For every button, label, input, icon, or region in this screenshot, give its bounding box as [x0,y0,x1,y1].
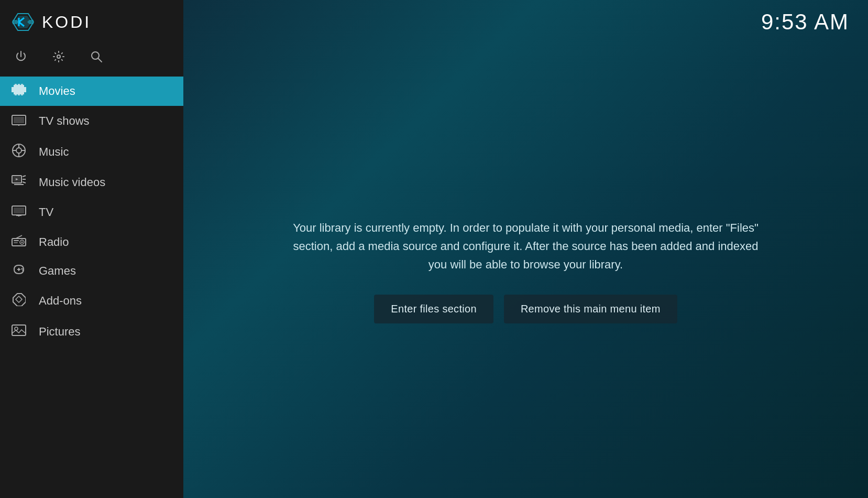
sidebar-item-radio[interactable]: Radio [0,228,183,257]
sidebar-item-musicvideos[interactable]: Music videos [0,168,183,197]
sidebar-item-games[interactable]: Games [0,257,183,285]
movies-icon [10,84,27,99]
sidebar-header: KODI [0,0,183,44]
sidebar-item-addons[interactable]: Add-ons [0,285,183,317]
svg-rect-22 [14,117,24,123]
enter-files-button[interactable]: Enter files section [374,295,493,323]
svg-rect-13 [12,92,14,94]
musicvideos-icon [10,175,27,190]
time-display: 9:53 AM [761,9,849,35]
svg-point-50 [21,268,23,270]
svg-rect-19 [18,94,20,95]
radio-icon [10,235,27,250]
musicvideos-label: Music videos [39,176,105,189]
svg-rect-14 [24,92,26,94]
games-icon [10,264,27,278]
movies-label: Movies [39,84,75,98]
svg-rect-17 [21,84,23,85]
svg-line-9 [98,59,102,62]
settings-icon[interactable] [52,50,65,66]
pictures-icon [10,324,27,340]
tv-icon [10,204,27,220]
sidebar-item-tv[interactable]: TV [0,197,183,228]
empty-library-message: Your library is currently empty. In orde… [290,219,762,274]
games-label: Games [39,264,76,278]
svg-rect-18 [15,94,17,95]
svg-rect-11 [12,85,14,87]
svg-point-53 [15,327,18,330]
tvshows-label: TV shows [39,114,90,128]
main-content: 9:53 AM Your library is currently empty.… [183,0,868,498]
tvshows-icon [10,113,27,129]
svg-rect-20 [21,94,23,95]
sidebar-nav: Movies TV shows [0,77,183,347]
music-icon [10,144,27,160]
svg-point-51 [23,270,24,272]
svg-rect-10 [12,85,26,94]
sidebar-controls [0,44,183,72]
app-title: KODI [42,13,91,32]
addons-label: Add-ons [39,294,82,308]
music-label: Music [39,145,69,159]
sidebar-item-movies[interactable]: Movies [0,77,183,106]
svg-rect-12 [24,85,26,87]
sidebar-item-music[interactable]: Music [0,136,183,168]
svg-point-26 [16,148,21,153]
svg-rect-42 [12,239,26,246]
power-icon[interactable] [15,50,27,66]
top-bar: 9:53 AM [183,0,868,44]
action-buttons: Enter files section Remove this main men… [374,295,677,323]
svg-line-36 [23,182,26,183]
svg-rect-52 [12,325,26,335]
kodi-logo-icon [10,9,36,35]
svg-rect-16 [18,84,20,85]
tv-label: TV [39,205,53,219]
remove-menu-item-button[interactable]: Remove this main menu item [504,295,677,323]
radio-label: Radio [39,235,69,249]
svg-rect-39 [14,208,24,213]
svg-rect-45 [14,240,19,241]
svg-point-7 [57,55,60,58]
svg-line-34 [23,176,26,177]
sidebar-item-pictures[interactable]: Pictures [0,317,183,347]
sidebar-item-tvshows[interactable]: TV shows [0,106,183,136]
sidebar: KODI [0,0,183,498]
svg-rect-15 [15,84,17,85]
pictures-label: Pictures [39,325,80,339]
content-area: Your library is currently empty. In orde… [183,44,868,498]
svg-rect-46 [14,242,18,243]
search-icon[interactable] [90,50,103,66]
addons-icon [10,293,27,309]
svg-point-44 [21,242,23,243]
